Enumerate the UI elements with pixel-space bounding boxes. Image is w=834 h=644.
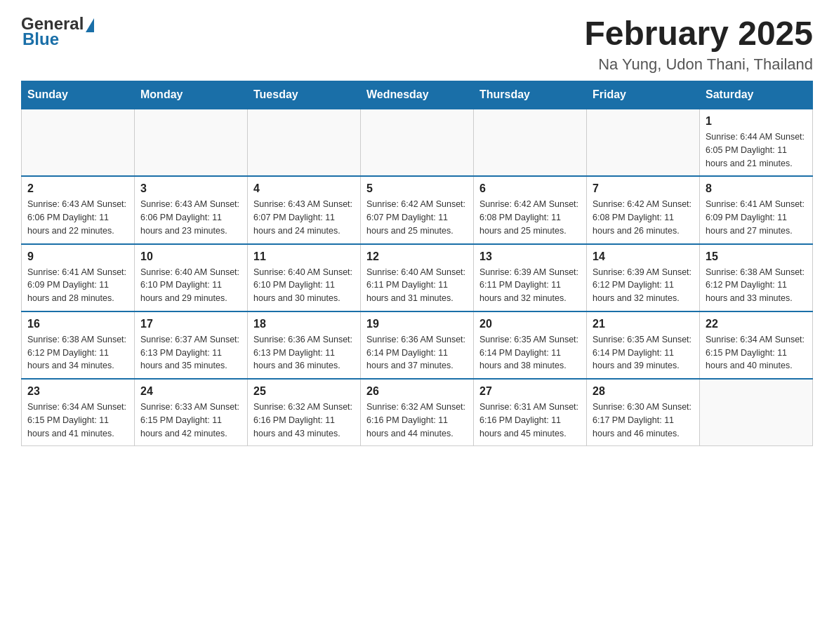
calendar-cell: 14Sunrise: 6:39 AM Sunset: 6:12 PM Dayli… — [587, 244, 700, 311]
day-number: 20 — [479, 318, 581, 330]
calendar-cell — [700, 379, 813, 446]
calendar-cell — [474, 109, 587, 176]
weekday-header-saturday: Saturday — [700, 81, 813, 109]
calendar-cell: 3Sunrise: 6:43 AM Sunset: 6:06 PM Daylig… — [135, 176, 248, 243]
day-number: 14 — [593, 250, 694, 263]
day-info: Sunrise: 6:43 AM Sunset: 6:06 PM Dayligh… — [140, 198, 241, 237]
calendar-cell: 25Sunrise: 6:32 AM Sunset: 6:16 PM Dayli… — [248, 379, 361, 446]
day-number: 3 — [140, 182, 241, 195]
calendar-cell: 22Sunrise: 6:34 AM Sunset: 6:15 PM Dayli… — [700, 311, 813, 379]
calendar-cell: 23Sunrise: 6:34 AM Sunset: 6:15 PM Dayli… — [22, 379, 135, 446]
day-info: Sunrise: 6:44 AM Sunset: 6:05 PM Dayligh… — [706, 130, 807, 170]
calendar-cell: 1Sunrise: 6:44 AM Sunset: 6:05 PM Daylig… — [700, 109, 813, 176]
day-info: Sunrise: 6:34 AM Sunset: 6:15 PM Dayligh… — [706, 333, 807, 373]
calendar-header-row: SundayMondayTuesdayWednesdayThursdayFrid… — [22, 81, 813, 109]
day-info: Sunrise: 6:41 AM Sunset: 6:09 PM Dayligh… — [27, 266, 128, 305]
day-info: Sunrise: 6:42 AM Sunset: 6:08 PM Dayligh… — [479, 198, 581, 237]
month-title: February 2025 — [584, 14, 813, 53]
day-info: Sunrise: 6:39 AM Sunset: 6:12 PM Dayligh… — [593, 266, 694, 305]
weekday-header-monday: Monday — [135, 81, 248, 109]
day-info: Sunrise: 6:37 AM Sunset: 6:13 PM Dayligh… — [140, 333, 241, 373]
day-info: Sunrise: 6:31 AM Sunset: 6:16 PM Dayligh… — [479, 401, 581, 440]
calendar-cell: 21Sunrise: 6:35 AM Sunset: 6:14 PM Dayli… — [587, 311, 700, 379]
day-info: Sunrise: 6:43 AM Sunset: 6:07 PM Dayligh… — [253, 198, 355, 237]
day-info: Sunrise: 6:33 AM Sunset: 6:15 PM Dayligh… — [140, 401, 241, 440]
day-number: 6 — [479, 182, 581, 195]
page-header: General Blue February 2025 Na Yung, Udon… — [21, 14, 813, 74]
logo-blue-text: Blue — [21, 29, 94, 49]
day-number: 5 — [366, 182, 468, 195]
calendar-cell: 2Sunrise: 6:43 AM Sunset: 6:06 PM Daylig… — [22, 176, 135, 243]
calendar-cell: 15Sunrise: 6:38 AM Sunset: 6:12 PM Dayli… — [700, 244, 813, 311]
day-info: Sunrise: 6:40 AM Sunset: 6:10 PM Dayligh… — [253, 266, 355, 305]
calendar-cell: 26Sunrise: 6:32 AM Sunset: 6:16 PM Dayli… — [361, 379, 474, 446]
day-number: 21 — [593, 318, 694, 330]
day-number: 9 — [27, 250, 128, 263]
logo-triangle-icon — [86, 18, 94, 32]
weekday-header-tuesday: Tuesday — [248, 81, 361, 109]
day-info: Sunrise: 6:35 AM Sunset: 6:14 PM Dayligh… — [479, 333, 581, 373]
logo-blue-label: Blue — [22, 29, 59, 48]
day-info: Sunrise: 6:36 AM Sunset: 6:14 PM Dayligh… — [366, 333, 468, 373]
calendar-week-row: 1Sunrise: 6:44 AM Sunset: 6:05 PM Daylig… — [22, 109, 813, 176]
logo: General Blue — [21, 14, 94, 49]
day-info: Sunrise: 6:32 AM Sunset: 6:16 PM Dayligh… — [253, 401, 355, 440]
calendar-cell: 8Sunrise: 6:41 AM Sunset: 6:09 PM Daylig… — [700, 176, 813, 243]
calendar-cell: 13Sunrise: 6:39 AM Sunset: 6:11 PM Dayli… — [474, 244, 587, 311]
calendar-cell — [587, 109, 700, 176]
day-number: 27 — [479, 385, 581, 398]
calendar-cell: 6Sunrise: 6:42 AM Sunset: 6:08 PM Daylig… — [474, 176, 587, 243]
location-title: Na Yung, Udon Thani, Thailand — [584, 55, 813, 74]
day-info: Sunrise: 6:30 AM Sunset: 6:17 PM Dayligh… — [593, 401, 694, 440]
day-number: 22 — [706, 318, 807, 330]
day-info: Sunrise: 6:40 AM Sunset: 6:10 PM Dayligh… — [140, 266, 241, 305]
day-number: 8 — [706, 182, 807, 195]
calendar-cell: 12Sunrise: 6:40 AM Sunset: 6:11 PM Dayli… — [361, 244, 474, 311]
day-number: 12 — [366, 250, 468, 263]
day-info: Sunrise: 6:42 AM Sunset: 6:08 PM Dayligh… — [593, 198, 694, 237]
calendar-cell: 11Sunrise: 6:40 AM Sunset: 6:10 PM Dayli… — [248, 244, 361, 311]
calendar-cell — [248, 109, 361, 176]
day-number: 19 — [366, 318, 468, 330]
calendar-cell: 27Sunrise: 6:31 AM Sunset: 6:16 PM Dayli… — [474, 379, 587, 446]
day-number: 2 — [27, 182, 128, 195]
day-info: Sunrise: 6:36 AM Sunset: 6:13 PM Dayligh… — [253, 333, 355, 373]
day-number: 7 — [593, 182, 694, 195]
calendar-cell — [22, 109, 135, 176]
calendar-cell: 9Sunrise: 6:41 AM Sunset: 6:09 PM Daylig… — [22, 244, 135, 311]
calendar-week-row: 9Sunrise: 6:41 AM Sunset: 6:09 PM Daylig… — [22, 244, 813, 311]
day-info: Sunrise: 6:35 AM Sunset: 6:14 PM Dayligh… — [593, 333, 694, 373]
weekday-header-thursday: Thursday — [474, 81, 587, 109]
calendar-cell: 24Sunrise: 6:33 AM Sunset: 6:15 PM Dayli… — [135, 379, 248, 446]
day-number: 26 — [366, 385, 468, 398]
day-info: Sunrise: 6:41 AM Sunset: 6:09 PM Dayligh… — [706, 198, 807, 237]
weekday-header-wednesday: Wednesday — [361, 81, 474, 109]
day-number: 4 — [253, 182, 355, 195]
day-info: Sunrise: 6:39 AM Sunset: 6:11 PM Dayligh… — [479, 266, 581, 305]
calendar-cell: 5Sunrise: 6:42 AM Sunset: 6:07 PM Daylig… — [361, 176, 474, 243]
day-number: 28 — [593, 385, 694, 398]
day-number: 25 — [253, 385, 355, 398]
calendar-cell: 10Sunrise: 6:40 AM Sunset: 6:10 PM Dayli… — [135, 244, 248, 311]
weekday-header-friday: Friday — [587, 81, 700, 109]
day-info: Sunrise: 6:42 AM Sunset: 6:07 PM Dayligh… — [366, 198, 468, 237]
calendar-week-row: 23Sunrise: 6:34 AM Sunset: 6:15 PM Dayli… — [22, 379, 813, 446]
day-info: Sunrise: 6:32 AM Sunset: 6:16 PM Dayligh… — [366, 401, 468, 440]
title-section: February 2025 Na Yung, Udon Thani, Thail… — [584, 14, 813, 74]
day-number: 15 — [706, 250, 807, 263]
day-number: 24 — [140, 385, 241, 398]
day-info: Sunrise: 6:40 AM Sunset: 6:11 PM Dayligh… — [366, 266, 468, 305]
calendar-cell: 20Sunrise: 6:35 AM Sunset: 6:14 PM Dayli… — [474, 311, 587, 379]
calendar-cell: 28Sunrise: 6:30 AM Sunset: 6:17 PM Dayli… — [587, 379, 700, 446]
calendar-cell — [135, 109, 248, 176]
day-info: Sunrise: 6:38 AM Sunset: 6:12 PM Dayligh… — [27, 333, 128, 373]
calendar-cell — [361, 109, 474, 176]
day-number: 23 — [27, 385, 128, 398]
calendar-cell: 18Sunrise: 6:36 AM Sunset: 6:13 PM Dayli… — [248, 311, 361, 379]
day-number: 16 — [27, 318, 128, 330]
day-info: Sunrise: 6:34 AM Sunset: 6:15 PM Dayligh… — [27, 401, 128, 440]
calendar-week-row: 2Sunrise: 6:43 AM Sunset: 6:06 PM Daylig… — [22, 176, 813, 243]
day-number: 17 — [140, 318, 241, 330]
day-number: 1 — [706, 115, 807, 128]
day-number: 11 — [253, 250, 355, 263]
